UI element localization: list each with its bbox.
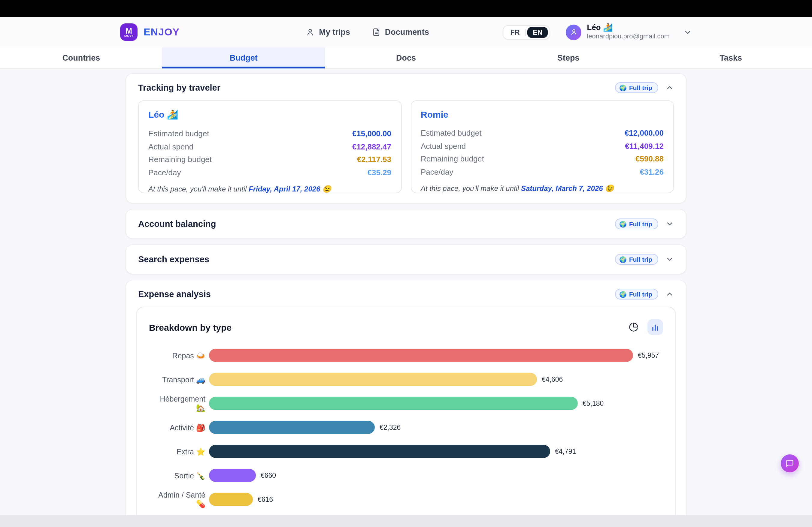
chart-row: Sortie 🍾€660 [149,469,663,482]
logo-subtext: ENJOY [124,34,133,37]
language-toggle[interactable]: FR EN [503,25,550,39]
budget-row: Pace/day€31.26 [421,167,664,176]
chart-category-label: Activité 🎒 [149,423,205,432]
chart-bar-track [209,421,375,434]
top-black-bar [0,0,812,17]
bar-chart-icon [650,322,660,332]
brand-wordmark: ENJOY [144,26,179,38]
nav-documents-label: Documents [385,28,429,36]
section-account-balancing[interactable]: Account balancing 🌍 Full trip [126,209,686,239]
budget-row-value: €15,000.00 [352,129,391,138]
globe-icon: 🌍 [619,291,627,297]
chart-title: Breakdown by type [149,322,232,332]
pace-forecast: At this pace, you'll make it until Satur… [421,184,664,192]
chart-row: Repas 🍛€5,957 [149,349,663,362]
budget-row-value: €35.29 [367,168,391,177]
main-content: Tracking by traveler 🌍 Full trip Léo 🏄Es… [126,73,686,527]
nav-my-trips[interactable]: My trips [306,28,350,36]
traveler-cards: Léo 🏄Estimated budget€15,000.00Actual sp… [126,93,686,203]
budget-row-label: Pace/day [421,167,453,176]
chart-bar-track [209,373,537,386]
full-trip-label: Full trip [629,84,652,91]
full-trip-label: Full trip [629,290,652,298]
chart-category-label: Sortie 🍾 [149,471,205,480]
tab-countries[interactable]: Countries [0,47,162,69]
full-trip-badge[interactable]: 🌍 Full trip [615,82,658,93]
budget-row-value: €12,882.47 [352,142,391,151]
chevron-down-icon[interactable] [683,28,692,36]
bar-chart-toggle[interactable] [648,319,663,335]
chart-bar[interactable] [209,469,256,482]
chevron-down-icon[interactable] [665,220,674,228]
section-search-expenses[interactable]: Search expenses 🌍 Full trip [126,244,686,274]
section-tracking-by-traveler: Tracking by traveler 🌍 Full trip Léo 🏄Es… [126,73,686,204]
pace-forecast: At this pace, you'll make it until Frida… [148,184,391,193]
budget-row: Estimated budget€12,000.00 [421,129,664,137]
chart-category-label: Transport 🚙 [149,375,205,384]
budget-row-value: €2,117.53 [357,155,391,164]
budget-row-value: €31.26 [640,167,664,176]
budget-row-label: Remaining budget [148,155,212,164]
chart-bar-track [209,397,578,410]
chevron-up-icon[interactable] [665,84,674,92]
chart-bar-track [209,349,633,362]
user-menu[interactable]: Léo 🏄 leonardpiou.pro@gmail.com [566,24,692,41]
chart-bar[interactable] [209,349,633,362]
chat-fab[interactable] [781,454,799,472]
full-trip-badge[interactable]: 🌍 Full trip [615,254,658,265]
language-divider [525,29,526,36]
app-logo[interactable]: M ENJOY [120,24,137,41]
section-title: Tracking by traveler [138,83,220,92]
nav-documents[interactable]: Documents [372,28,429,36]
pace-forecast-date: Friday, April 17, 2026 [249,184,320,193]
chevron-down-icon[interactable] [665,255,674,264]
budget-row: Remaining budget€2,117.53 [148,155,391,164]
user-icon [570,28,578,36]
language-option-fr[interactable]: FR [505,29,525,36]
pace-forecast-text: At this pace, you'll make it until [148,184,249,193]
user-icon [306,28,315,36]
budget-row: Remaining budget€590.88 [421,154,664,163]
chart-bar[interactable] [209,397,578,410]
pie-chart-icon [629,322,638,332]
chart-row: Activité 🎒€2,326 [149,421,663,434]
trip-tabbar: CountriesBudgetDocsStepsTasks [0,47,812,69]
chart-bar-track [209,445,550,458]
tab-tasks[interactable]: Tasks [650,47,812,69]
chart-bar[interactable] [209,445,550,458]
globe-icon: 🌍 [619,84,627,91]
chart-category-label: Extra ⭐ [149,447,205,456]
bottom-scrollbar-strip[interactable] [0,515,812,527]
expense-bar-chart: Repas 🍛€5,957Transport 🚙€4,606Hébergemen… [149,349,663,527]
budget-row-value: €12,000.00 [625,129,664,137]
language-option-en[interactable]: EN [527,27,548,37]
chart-bar[interactable] [209,421,375,434]
app-header: M ENJOY ENJOY My trips Documents FR EN [0,17,812,47]
user-email: leonardpiou.pro@gmail.com [587,33,670,41]
budget-row: Actual spend€11,409.12 [421,141,664,150]
chart-bar[interactable] [209,493,253,506]
tab-budget[interactable]: Budget [162,47,325,69]
chart-category-label: Repas 🍛 [149,351,205,360]
full-trip-badge[interactable]: 🌍 Full trip [615,219,658,229]
pie-chart-toggle[interactable] [626,319,641,335]
full-trip-badge[interactable]: 🌍 Full trip [615,289,658,300]
avatar [566,24,582,40]
section-title: Search expenses [138,255,209,264]
full-trip-label: Full trip [629,220,652,227]
section-title: Expense analysis [138,289,211,299]
tab-steps[interactable]: Steps [487,47,650,69]
tab-docs[interactable]: Docs [325,47,488,69]
chart-bar[interactable] [209,373,537,386]
section-expense-analysis: Expense analysis 🌍 Full trip Breakdown b… [126,280,686,527]
app-viewport: M ENJOY ENJOY My trips Documents FR EN [0,0,812,527]
chart-row: Transport 🚙€4,606 [149,373,663,386]
chart-category-label: Hébergement 🏡 [149,395,205,412]
traveler-card: Léo 🏄Estimated budget€15,000.00Actual sp… [138,100,402,193]
breakdown-by-type-card: Breakdown by type Repas 🍛€5,957Transport… [136,307,676,527]
section-title: Account balancing [138,219,216,229]
chevron-up-icon[interactable] [665,290,674,298]
budget-row-label: Actual spend [148,142,193,151]
globe-icon: 🌍 [619,256,627,262]
nav-my-trips-label: My trips [319,28,350,36]
